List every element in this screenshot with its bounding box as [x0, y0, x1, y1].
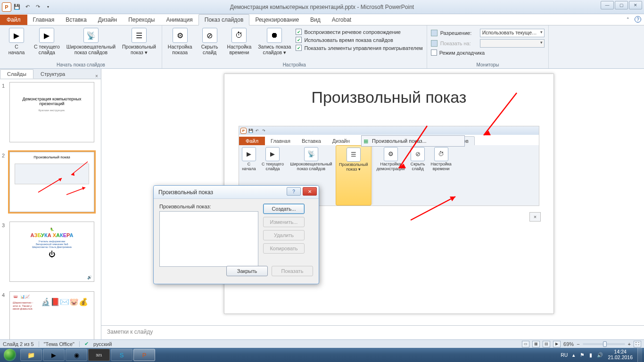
dialog-title: Произвольный показ ? ✕ — [154, 186, 319, 199]
tab-slideshow[interactable]: Показ слайдов — [198, 14, 250, 25]
view-reading-icon[interactable]: ▤ — [543, 341, 550, 347]
from-beginning-button[interactable]: ▶С начала — [4, 27, 29, 56]
dialog-close-button[interactable]: ✕ — [303, 187, 317, 196]
help-icon[interactable]: ? — [635, 16, 641, 23]
status-language[interactable]: русский — [93, 341, 112, 347]
tab-home[interactable]: Главная — [27, 15, 60, 25]
tab-review[interactable]: Рецензирование — [249, 15, 305, 25]
taskbar-wmp[interactable]: ▶ — [43, 349, 65, 361]
ribbon: ▶С начала ▶С текущего слайда 📡Широковеща… — [0, 25, 644, 69]
quick-access-toolbar: P 💾 ↶ ↷ ▾ — [0, 2, 53, 12]
broadcast-button[interactable]: 📡Широковещательный показ слайдов — [65, 27, 117, 56]
zoom-in-button[interactable]: + — [628, 341, 631, 347]
view-slideshow-icon[interactable]: ▶ — [553, 341, 561, 347]
custom-show-dialog: Произвольный показ ? ✕ Произвольный пока… — [153, 185, 319, 284]
rehearse-button[interactable]: ⏱Настройка времени — [225, 27, 254, 56]
dialog-edit-button: Изменить... — [263, 217, 305, 227]
svg-line-6 — [484, 93, 517, 135]
svg-line-10 — [411, 197, 455, 220]
group-label-start: Начать показ слайдов — [4, 62, 158, 67]
ribbon-group-monitors: Разрешение:Использовать текуще… Показать… — [427, 25, 549, 68]
custom-show-button[interactable]: ☰Произвольный показ ▾ — [120, 27, 158, 56]
thumb-3[interactable]: 🦜 АЗБУКА ХАКЕРА Учитель информатики Запо… — [9, 222, 94, 282]
resolution-dropdown[interactable]: Использовать текуще… — [480, 29, 545, 37]
hide-slide-button[interactable]: ⊘Скрыть слайд — [197, 27, 223, 56]
tab-animation[interactable]: Анимация — [160, 15, 198, 25]
zoom-slider[interactable] — [583, 343, 625, 345]
chk-timings[interactable]: ✔Использовать время показа слайдов — [296, 37, 422, 43]
tray-show-hidden-icon[interactable]: ▴ — [572, 352, 575, 358]
minimize-button[interactable]: — — [601, 1, 614, 9]
from-current-button[interactable]: ▶С текущего слайда — [32, 27, 62, 56]
taskbar: 📁 ▶ ◉ 321 S P RU ▴ ⚑ ▮ 🔊 14:2421.02.2016 — [0, 348, 644, 362]
monitor-icon — [431, 30, 438, 36]
thumb-4[interactable]: Ш 📊📈 Шереспаетко - это я. Такая у меня ф… — [9, 291, 94, 339]
tray-volume-icon[interactable]: 🔊 — [597, 352, 603, 358]
dialog-help-button[interactable]: ? — [287, 187, 301, 196]
setup-show-button[interactable]: ⚙Настройка показа — [166, 27, 194, 56]
notes-pane[interactable]: Заметки к слайду — [101, 325, 644, 339]
undo-icon[interactable]: ↶ — [23, 2, 32, 12]
taskbar-mpc[interactable]: 321 — [88, 349, 110, 361]
dialog-show-button: Показать — [272, 266, 313, 276]
tray-clock[interactable]: 14:2421.02.2016 — [608, 349, 633, 360]
qat-more-icon[interactable]: ▾ — [43, 2, 53, 12]
taskbar-chrome[interactable]: ◉ — [66, 349, 87, 361]
chk-controls[interactable]: ✔Показать элементы управления проигрыват… — [296, 45, 422, 51]
tab-insert[interactable]: Вставка — [60, 15, 92, 25]
tab-acrobat[interactable]: Acrobat — [326, 15, 357, 25]
panel-close-icon[interactable]: × — [92, 74, 101, 79]
tab-design[interactable]: Дизайн — [92, 15, 123, 25]
panel-tab-slides[interactable]: Слайды — [0, 69, 33, 79]
tab-transitions[interactable]: Переходы — [123, 15, 160, 25]
dialog-list-label: Произвольный показ: — [159, 204, 258, 209]
panel-tab-outline[interactable]: Структура — [33, 69, 72, 79]
zoom-out-button[interactable]: − — [577, 341, 579, 347]
ribbon-group-setup: ⚙Настройка показа ⊘Скрыть слайд ⏱Настрой… — [162, 25, 427, 68]
group-label-monitors: Мониторы — [431, 62, 545, 67]
tray-lang[interactable]: RU — [561, 352, 568, 358]
tray-network-icon[interactable]: ▮ — [589, 352, 592, 358]
redo-icon[interactable]: ↷ — [33, 2, 42, 12]
spellcheck-icon[interactable]: ✔ — [84, 341, 89, 347]
title-bar: P 💾 ↶ ↷ ▾ Демонстрация компьютерных през… — [0, 0, 644, 14]
dialog-close-btn[interactable]: Закрыть — [226, 266, 268, 276]
chk-presenter[interactable]: Режим докладчика — [431, 49, 545, 56]
windows-orb-icon — [4, 349, 16, 361]
fit-button[interactable]: ⛶ — [634, 341, 641, 347]
show-desktop-button[interactable] — [637, 348, 642, 362]
dialog-listbox[interactable] — [159, 211, 258, 267]
start-button[interactable] — [0, 348, 20, 362]
show-on-dropdown — [480, 39, 545, 48]
ribbon-group-start: ▶С начала ▶С текущего слайда 📡Широковеща… — [0, 25, 162, 68]
maximize-button[interactable]: ▢ — [615, 1, 628, 9]
slide-panel: Слайды Структура × 1 Демонстрация компью… — [0, 69, 101, 339]
monitor-icon — [431, 40, 438, 47]
svg-line-2 — [38, 178, 62, 192]
chk-narration[interactable]: ✔Воспроизвести речевое сопровождение — [296, 29, 422, 35]
tab-view[interactable]: Вид — [305, 15, 326, 25]
status-bar: Слайд 2 из 5 "Тема Office" ✔ русский ▭ ▦… — [0, 339, 644, 348]
taskbar-explorer[interactable]: 📁 — [20, 349, 42, 361]
taskbar-powerpoint[interactable]: P — [133, 349, 155, 361]
thumb-2[interactable]: Произвольный показ — [9, 152, 94, 212]
svg-line-4 — [66, 188, 85, 195]
thumbnail-list[interactable]: 1 Демонстрация компьютерных презентацийК… — [0, 79, 101, 339]
view-sorter-icon[interactable]: ▦ — [532, 341, 540, 347]
tab-file[interactable]: Файл — [0, 15, 27, 25]
dialog-create-button[interactable]: Создать... — [263, 204, 305, 214]
audio-icon: 🔊 — [87, 275, 92, 280]
save-icon[interactable]: 💾 — [12, 2, 22, 12]
status-slide: Слайд 2 из 5 — [3, 341, 34, 347]
record-button[interactable]: ⏺Запись показа слайдов ▾ — [256, 27, 293, 56]
status-theme: "Тема Office" — [44, 341, 74, 347]
zoom-value: 69% — [563, 341, 574, 347]
minimize-ribbon-icon[interactable]: ˄ — [624, 16, 632, 24]
thumb-1[interactable]: Демонстрация компьютерных презентацийКра… — [9, 82, 94, 142]
workspace: Слайды Структура × 1 Демонстрация компью… — [0, 69, 644, 339]
window-title: Демонстрация компьютерных презентаций.pp… — [230, 4, 414, 10]
taskbar-skype[interactable]: S — [111, 349, 132, 361]
view-normal-icon[interactable]: ▭ — [522, 341, 529, 347]
tray-flag-icon[interactable]: ⚑ — [580, 352, 585, 358]
close-button[interactable]: ✕ — [629, 1, 642, 9]
